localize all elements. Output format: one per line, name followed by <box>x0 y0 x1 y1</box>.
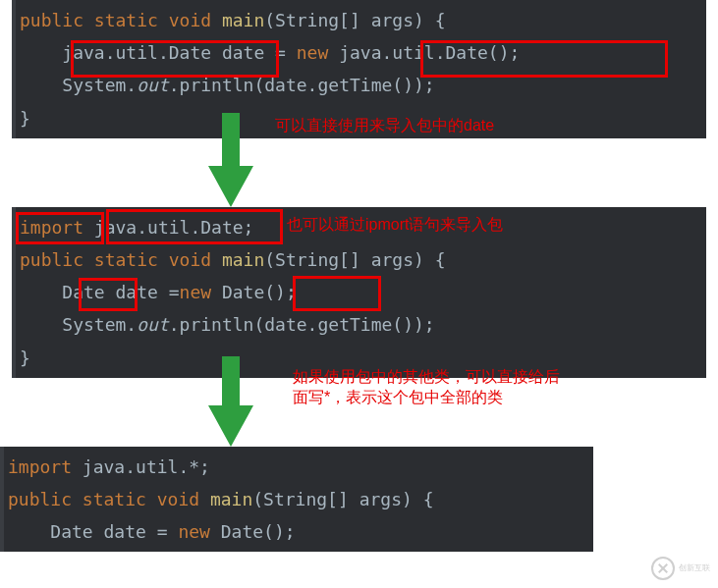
arrow-icon <box>208 113 253 207</box>
code-line: System.out.println(date.getTime()); <box>12 308 706 341</box>
code-block-2: import java.util.Date; public static voi… <box>0 207 718 378</box>
code-line: public static void main(String[] args) { <box>0 483 593 515</box>
code-block-3: import java.util.*; public static void m… <box>0 447 718 553</box>
highlight-box <box>293 276 381 311</box>
annotation-text: 如果使用包中的其他类，可以直接给后面写*，表示这个包中全部的类 <box>293 366 568 408</box>
watermark-logo: 创新互联 <box>651 555 710 582</box>
highlight-box <box>106 209 283 244</box>
code-block-1: public static void main(String[] args) {… <box>0 0 718 138</box>
annotation-text: 也可以通过ipmort语句来导入包 <box>287 215 503 236</box>
highlight-box <box>420 40 668 78</box>
highlight-box <box>79 278 138 311</box>
gutter <box>0 447 4 553</box>
code-line: import java.util.*; <box>0 451 275 483</box>
arrow-down-1 <box>12 138 718 207</box>
logo-icon <box>651 557 675 580</box>
code-line: public static void main(String[] args) { <box>12 4 706 36</box>
gutter <box>12 0 16 138</box>
arrow-icon <box>208 356 253 447</box>
code-line: public static void main(String[] args) { <box>12 243 706 276</box>
highlight-box <box>16 212 104 244</box>
highlight-box <box>71 40 279 78</box>
arrow-down-2: 如果使用包中的其他类，可以直接给后面写*，表示这个包中全部的类 <box>12 378 718 447</box>
watermark-text: 创新互联 <box>679 564 710 572</box>
code-area-3: import java.util.*; public static void m… <box>0 447 593 553</box>
code-line: Date date = new Date(); <box>0 515 593 548</box>
annotation-text: 可以直接使用来导入包中的date <box>275 116 494 136</box>
